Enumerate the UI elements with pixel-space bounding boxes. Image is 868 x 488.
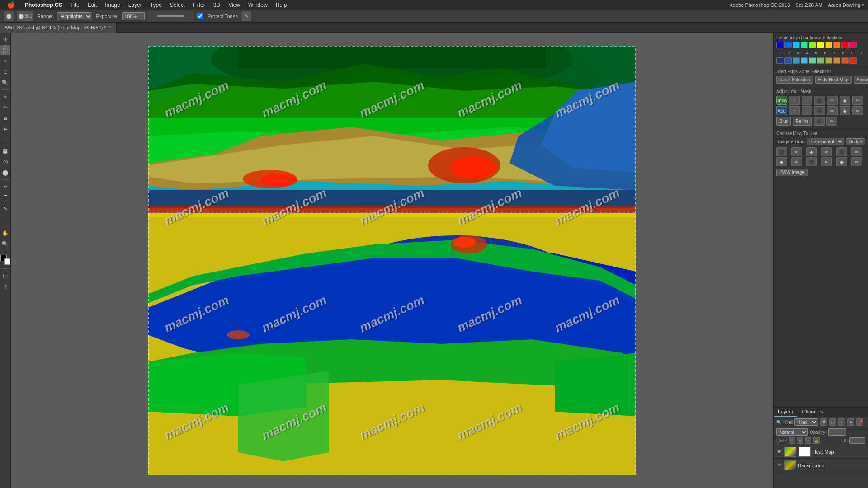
- menu-edit[interactable]: Edit: [84, 1, 101, 9]
- square-2[interactable]: ⬛: [814, 106, 825, 115]
- dodge-burn-dropdown[interactable]: Transparent Luminosity Normal: [807, 138, 844, 145]
- choose-icon-9[interactable]: ⬛: [806, 157, 817, 166]
- swatch-rust[interactable]: [841, 57, 849, 64]
- lock-pixels-icon[interactable]: ⬚: [789, 437, 795, 444]
- choose-icon-12[interactable]: ✏: [851, 157, 862, 166]
- menu-select[interactable]: Select: [166, 1, 189, 9]
- exposure-slider-icon[interactable]: [148, 11, 193, 21]
- swatch-crimson[interactable]: [849, 57, 857, 64]
- color-swatches[interactable]: [0, 255, 10, 265]
- healing-tool[interactable]: ⌖: [0, 92, 10, 102]
- swatch-sage[interactable]: [817, 57, 824, 64]
- bw-image-button[interactable]: B&W Image: [776, 169, 808, 176]
- app-name[interactable]: Photoshop CC: [21, 1, 66, 9]
- swatch-dark-blue[interactable]: [776, 57, 783, 64]
- choose-icon-2[interactable]: ✏: [791, 147, 802, 156]
- lock-position-icon[interactable]: ✛: [797, 437, 803, 444]
- doc-tab-close[interactable]: ×: [109, 25, 112, 30]
- lasso-tool[interactable]: ⌖: [0, 56, 10, 66]
- menu-type[interactable]: Type: [146, 1, 165, 9]
- hide-heat-map-button[interactable]: Hide Heat Map: [815, 76, 852, 84]
- swatch-cyan[interactable]: [793, 42, 800, 48]
- choose-icon-3[interactable]: ◆: [806, 147, 817, 156]
- layer-item-heat-map[interactable]: 👁 Heat Map: [774, 445, 868, 459]
- crop-tool[interactable]: ⊡: [0, 67, 10, 77]
- down-arrow-2[interactable]: ↓: [802, 106, 812, 115]
- pen-4[interactable]: ✏: [852, 106, 863, 115]
- diamond-2[interactable]: ◆: [840, 106, 850, 115]
- menu-help[interactable]: Help: [272, 1, 291, 9]
- blur-tool[interactable]: ◎: [0, 157, 10, 167]
- add-mask-btn[interactable]: Add: [776, 106, 787, 115]
- choose-icon-6[interactable]: ✏: [851, 147, 862, 156]
- pen-2[interactable]: ✏: [852, 96, 863, 105]
- down-arrow-1[interactable]: ↓: [802, 96, 812, 105]
- show-mask-btn[interactable]: Show: [776, 96, 787, 105]
- swatch-mid-blue[interactable]: [784, 57, 792, 64]
- blur-button[interactable]: Blur: [776, 117, 791, 126]
- swatch-red[interactable]: [841, 42, 849, 48]
- airbrush-icon[interactable]: ✎: [241, 11, 251, 21]
- opacity-input[interactable]: [828, 428, 846, 436]
- diamond-1[interactable]: ◆: [840, 96, 850, 105]
- menu-3d[interactable]: 3D: [210, 1, 224, 9]
- eyedropper-tool[interactable]: 🔍: [0, 78, 10, 88]
- choose-icon-1[interactable]: ⬛: [776, 147, 787, 156]
- range-dropdown[interactable]: Highlights Midtones Shadows: [57, 12, 92, 20]
- exposure-input[interactable]: [122, 12, 145, 20]
- brush-size-icon[interactable]: ⬤ 600: [17, 11, 33, 21]
- menu-file[interactable]: File: [67, 1, 83, 9]
- fill-input[interactable]: [849, 437, 865, 444]
- apple-menu[interactable]: 🍎: [4, 0, 19, 9]
- swatch-blue[interactable]: [776, 42, 783, 48]
- document-tab[interactable]: AWI_264.psd @ 84.1% (Heat Map, RGB/8#) *…: [0, 23, 117, 33]
- pen-1[interactable]: ✏: [827, 96, 838, 105]
- swatch-red-pink[interactable]: [849, 42, 857, 48]
- kind-dropdown[interactable]: Kind Name Effect: [794, 418, 818, 426]
- swatch-orange-yellow[interactable]: [825, 42, 832, 48]
- path-selection-tool[interactable]: ↖: [0, 203, 10, 213]
- swatch-yellow-green[interactable]: [809, 42, 816, 48]
- mask-icon-a[interactable]: ⬛: [814, 117, 825, 126]
- dodge-button[interactable]: Dodge: [846, 138, 865, 145]
- swatch-sky[interactable]: [801, 57, 808, 64]
- layer-eye-heat-map[interactable]: 👁: [776, 449, 783, 455]
- quick-mask-tool[interactable]: ⬚: [0, 271, 10, 281]
- layer-visibility-icon[interactable]: 👁: [820, 418, 827, 426]
- hand-tool[interactable]: ✋: [0, 228, 10, 238]
- move-tool[interactable]: ✛: [0, 34, 10, 44]
- clone-tool[interactable]: ⊕: [0, 113, 10, 123]
- layer-smart-icon[interactable]: ★: [847, 418, 854, 426]
- clear-selection-button[interactable]: Clear Selection: [776, 76, 813, 84]
- mask-icon-b[interactable]: ✏: [826, 117, 837, 126]
- pen-3[interactable]: ✏: [827, 106, 838, 115]
- choose-icon-5[interactable]: ⬛: [836, 147, 847, 156]
- swatch-green-cyan[interactable]: [801, 42, 808, 48]
- eraser-tool[interactable]: ◻: [0, 135, 10, 145]
- swatch-tan[interactable]: [833, 57, 840, 64]
- layer-item-background[interactable]: 👁 Background: [774, 459, 868, 472]
- protect-tones-checkbox[interactable]: [197, 13, 203, 19]
- layer-eye-background[interactable]: 👁: [776, 462, 783, 469]
- layer-pin-icon[interactable]: 📌: [856, 418, 863, 426]
- up-arrow-1[interactable]: ↑: [789, 96, 800, 105]
- up-arrow-2[interactable]: ↑: [789, 106, 800, 115]
- shape-tool[interactable]: ◻: [0, 214, 10, 224]
- zoom-tool[interactable]: 🔍: [0, 239, 10, 249]
- pen-tool[interactable]: ✒: [0, 182, 10, 192]
- brush-tool[interactable]: ✏: [0, 103, 10, 113]
- square-1[interactable]: ⬛: [814, 96, 825, 105]
- menu-view[interactable]: View: [225, 1, 244, 9]
- gradient-tool[interactable]: ▦: [0, 146, 10, 156]
- menu-window[interactable]: Window: [245, 1, 271, 9]
- swatch-steel-blue[interactable]: [793, 57, 800, 64]
- menu-image[interactable]: Image: [101, 1, 123, 9]
- type-tool[interactable]: T: [0, 192, 10, 202]
- tab-layers[interactable]: Layers: [774, 408, 797, 417]
- choose-icon-10[interactable]: ✏: [821, 157, 832, 166]
- menu-layer[interactable]: Layer: [125, 1, 146, 9]
- choose-icon-4[interactable]: ✏: [821, 147, 832, 156]
- choose-icon-8[interactable]: ✏: [791, 157, 802, 166]
- tab-channels[interactable]: Channels: [797, 408, 827, 417]
- lock-all-icon[interactable]: 🔒: [813, 437, 820, 444]
